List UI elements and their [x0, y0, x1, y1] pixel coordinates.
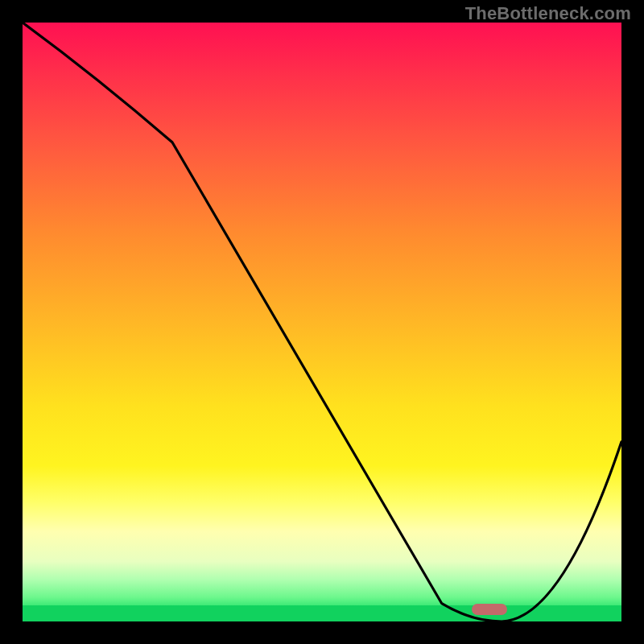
chart-frame: TheBottleneck.com [0, 0, 644, 644]
watermark-text: TheBottleneck.com [465, 3, 631, 24]
optimal-marker [472, 604, 507, 615]
bottleneck-curve [23, 23, 621, 621]
curve-path [23, 23, 621, 621]
plot-area [23, 23, 621, 621]
